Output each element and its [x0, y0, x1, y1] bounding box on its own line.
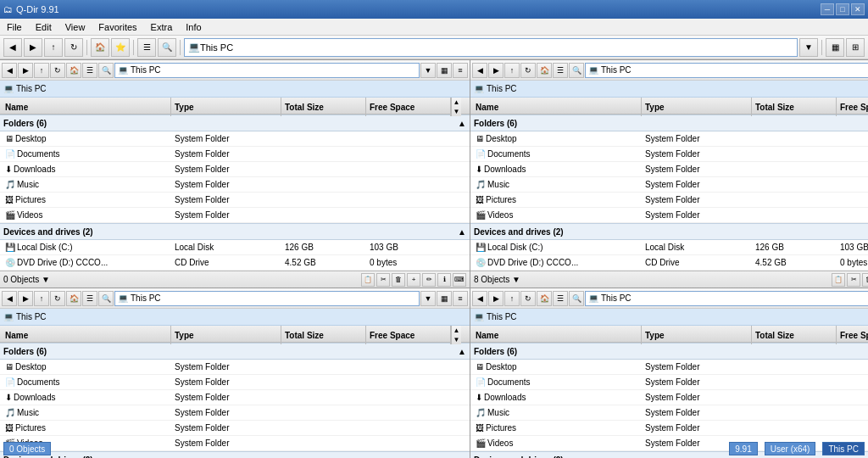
pane-address-3[interactable]: 💻 This PC [114, 291, 420, 306]
pane-copy-1[interactable]: 📋 [361, 273, 375, 287]
pane-addr-dropdown-3[interactable]: ▼ [420, 291, 436, 306]
pane-new-1[interactable]: + [407, 273, 420, 287]
folder-row-1-0[interactable]: 🖥 Desktop System Folder [0, 131, 470, 147]
menu-favorites[interactable]: Favorites [95, 20, 140, 34]
folder-row-2-2[interactable]: ⬇ Downloads System Folder [470, 162, 868, 177]
menu-edit[interactable]: Edit [32, 20, 55, 34]
col-total-2[interactable]: Total Size [752, 98, 837, 116]
pane-back-3[interactable]: ◀ [2, 291, 17, 306]
maximize-button[interactable]: □ [836, 3, 849, 15]
pane-filter-3[interactable]: 🔍 [98, 291, 114, 306]
toolbar-filter[interactable]: 🔍 [158, 38, 176, 57]
toolbar-view[interactable]: ☰ [137, 38, 156, 57]
pane-address-4[interactable]: 💻 This PC [585, 291, 868, 306]
folder-row-2-4[interactable]: 🖼 Pictures System Folder [470, 193, 868, 208]
folder-row-4-0[interactable]: 🖥 Desktop System Folder [470, 360, 868, 375]
pane-filter-2[interactable]: 🔍 [569, 63, 584, 78]
device-row-2-1[interactable]: 💿 DVD Drive (D:) CCCO... CD Drive 4.52 G… [470, 255, 868, 271]
pane-view-2[interactable]: ☰ [553, 63, 568, 78]
folder-row-3-4[interactable]: 🖼 Pictures System Folder [0, 421, 470, 436]
pane-back-2[interactable]: ◀ [472, 63, 487, 78]
pane-home-2[interactable]: 🏠 [537, 63, 552, 78]
pane-copy-2[interactable]: 📋 [832, 273, 845, 287]
pane-home-3[interactable]: 🏠 [66, 291, 81, 306]
col-type-4[interactable]: Type [642, 326, 752, 344]
folder-row-1-1[interactable]: 📄 Documents System Folder [0, 147, 470, 162]
folder-row-1-2[interactable]: ⬇ Downloads System Folder [0, 162, 470, 177]
pane-view-type-1[interactable]: ▦ [437, 63, 452, 78]
pane-cut-1[interactable]: ✂ [376, 273, 390, 287]
col-type-1[interactable]: Type [171, 98, 281, 116]
pane-home-4[interactable]: 🏠 [537, 291, 552, 306]
folder-row-3-2[interactable]: ⬇ Downloads System Folder [0, 390, 470, 405]
folder-row-3-3[interactable]: 🎵 Music System Folder [0, 405, 470, 421]
pane-back-4[interactable]: ◀ [472, 291, 487, 306]
pane-delete-2[interactable]: 🗑 [862, 273, 868, 287]
pane-forward-1[interactable]: ▶ [18, 63, 33, 78]
folder-row-2-1[interactable]: 📄 Documents System Folder [470, 147, 868, 162]
close-button[interactable]: ✕ [851, 3, 865, 15]
col-free-3[interactable]: Free Space [366, 326, 451, 344]
pane-up-2[interactable]: ↑ [504, 63, 520, 78]
menu-file[interactable]: File [3, 20, 25, 34]
pane-refresh-1[interactable]: ↻ [50, 63, 65, 78]
pane-filter-1[interactable]: 🔍 [98, 63, 114, 78]
folder-row-3-0[interactable]: 🖥 Desktop System Folder [0, 360, 470, 375]
pane-home-1[interactable]: 🏠 [66, 63, 81, 78]
pane-forward-2[interactable]: ▶ [488, 63, 504, 78]
pane-up-4[interactable]: ↑ [504, 291, 520, 306]
folder-row-4-1[interactable]: 📄 Documents System Folder [470, 375, 868, 390]
col-type-2[interactable]: Type [642, 98, 752, 116]
pane-terminal-1[interactable]: ⌨ [453, 273, 466, 287]
col-free-1[interactable]: Free Space [366, 98, 451, 116]
menu-view[interactable]: View [62, 20, 89, 34]
pane-back-1[interactable]: ◀ [2, 63, 17, 78]
folder-row-1-4[interactable]: 🖼 Pictures System Folder [0, 193, 470, 208]
global-address-bar[interactable]: 💻 This PC [184, 38, 798, 57]
toolbar-refresh[interactable]: ↻ [64, 38, 83, 57]
toolbar-forward[interactable]: ▶ [24, 38, 42, 57]
pane-refresh-3[interactable]: ↻ [50, 291, 65, 306]
col-total-4[interactable]: Total Size [752, 326, 837, 344]
pane-filter-4[interactable]: 🔍 [569, 291, 584, 306]
minimize-button[interactable]: ─ [821, 3, 834, 15]
menu-extra[interactable]: Extra [147, 20, 176, 34]
toolbar-up[interactable]: ↑ [44, 38, 63, 57]
pane-cut-2[interactable]: ✂ [847, 273, 860, 287]
col-name-1[interactable]: Name [2, 98, 171, 116]
toolbar-star[interactable]: ⭐ [111, 38, 130, 57]
folders-chevron-1[interactable]: ▲ [449, 119, 466, 128]
pane-rename-1[interactable]: ✏ [422, 273, 436, 287]
devices-chevron-3[interactable]: ▲ [449, 455, 466, 459]
folder-row-1-5[interactable]: 🎬 Videos System Folder [0, 208, 470, 223]
col-name-4[interactable]: Name [472, 326, 642, 344]
pane-view-1[interactable]: ☰ [82, 63, 97, 78]
pane-up-3[interactable]: ↑ [34, 291, 49, 306]
pane-view-4[interactable]: ☰ [553, 291, 568, 306]
menu-info[interactable]: Info [182, 20, 204, 34]
folder-row-3-1[interactable]: 📄 Documents System Folder [0, 375, 470, 390]
col-name-3[interactable]: Name [2, 326, 171, 344]
col-free-2[interactable]: Free Space [837, 98, 868, 116]
folder-row-4-4[interactable]: 🖼 Pictures System Folder [470, 421, 868, 436]
pane-up-1[interactable]: ↑ [34, 63, 49, 78]
pane-prop-1[interactable]: ℹ [437, 273, 451, 287]
toolbar-home[interactable]: 🏠 [91, 38, 109, 57]
pane-view-list-3[interactable]: ≡ [453, 291, 468, 306]
pane-forward-3[interactable]: ▶ [18, 291, 33, 306]
folder-row-2-3[interactable]: 🎵 Music System Folder [470, 177, 868, 193]
scroll-hint-1[interactable]: ▲ ▼ [451, 98, 461, 116]
toolbar-view-options[interactable]: ▦ [826, 38, 844, 57]
pane-addr-dropdown-1[interactable]: ▼ [420, 63, 436, 78]
device-row-1-0[interactable]: 💾 Local Disk (C:) Local Disk 126 GB 103 … [0, 240, 470, 255]
pane-view-3[interactable]: ☰ [82, 291, 97, 306]
toolbar-back[interactable]: ◀ [3, 38, 22, 57]
folder-row-1-3[interactable]: 🎵 Music System Folder [0, 177, 470, 193]
folders-chevron-3[interactable]: ▲ [449, 347, 466, 356]
pane-refresh-2[interactable]: ↻ [520, 63, 536, 78]
pane-delete-1[interactable]: 🗑 [392, 273, 405, 287]
pane-refresh-4[interactable]: ↻ [520, 291, 536, 306]
folder-row-4-3[interactable]: 🎵 Music System Folder [470, 405, 868, 421]
devices-chevron-1[interactable]: ▲ [449, 227, 466, 237]
pane-address-1[interactable]: 💻 This PC [114, 63, 420, 78]
